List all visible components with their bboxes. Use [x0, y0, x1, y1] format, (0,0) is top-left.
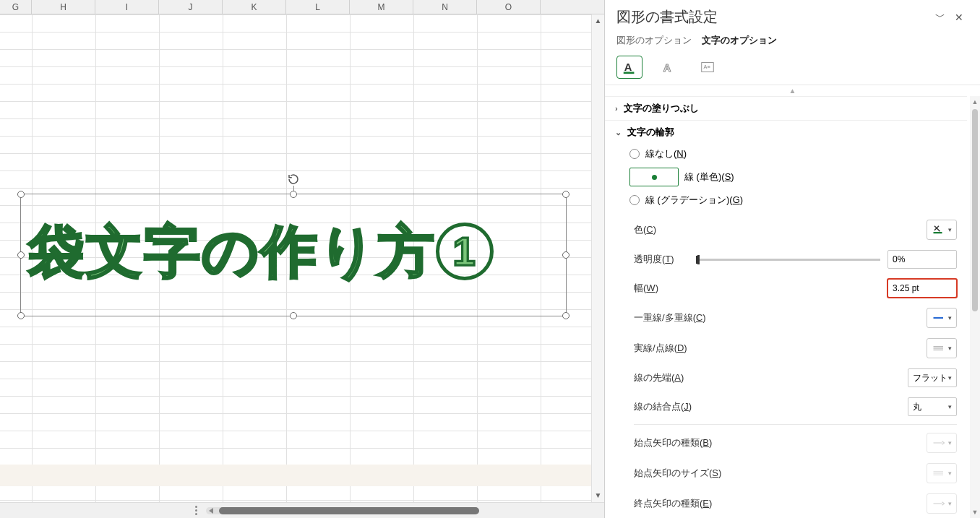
- col-header[interactable]: N: [413, 0, 477, 14]
- cap-type-select[interactable]: フラット▾: [908, 368, 957, 387]
- join-type-select[interactable]: 丸▾: [908, 397, 957, 416]
- radio-label: 線なし: [645, 148, 674, 159]
- width-input[interactable]: ▲▼: [887, 279, 957, 298]
- color-picker-button[interactable]: ▾: [927, 220, 957, 240]
- chevron-down-icon: ▾: [948, 314, 952, 321]
- separator: [634, 424, 957, 425]
- transparency-slider[interactable]: [692, 259, 887, 261]
- wordart-main: 袋文字の作り方: [28, 220, 436, 283]
- section-label: 文字の輪郭: [627, 126, 674, 139]
- prop-arrow-end-type-label: 終点矢印の種類(E): [634, 497, 927, 510]
- col-header[interactable]: M: [350, 0, 413, 14]
- collapse-caret-icon[interactable]: ▲: [605, 85, 980, 96]
- format-shape-panel: 図形の書式設定 ﹀ ✕ 図形のオプション 文字のオプション A A A≡ ▲ ▲…: [604, 0, 980, 518]
- vertical-scrollbar[interactable]: ▲ ▼: [591, 14, 604, 502]
- resize-handle[interactable]: [290, 312, 297, 319]
- col-header[interactable]: L: [286, 0, 350, 14]
- spreadsheet-area: G H I J K L M N O 袋文字の作り方1: [0, 0, 604, 518]
- tab-text-options[interactable]: 文字のオプション: [702, 34, 777, 50]
- chevron-down-icon: ▾: [948, 345, 952, 352]
- prop-arrow-begin-size-label: 始点矢印のサイズ(S): [634, 467, 927, 480]
- chevron-down-icon: ▾: [948, 500, 952, 507]
- radio-icon: [629, 168, 679, 186]
- chevron-right-icon: ›: [615, 104, 618, 113]
- hscroll-track[interactable]: [206, 507, 416, 514]
- wordart-text[interactable]: 袋文字の作り方1: [28, 215, 559, 290]
- resize-handle[interactable]: [17, 251, 25, 259]
- radio-no-line[interactable]: 線なし(N): [605, 144, 967, 164]
- join-value: 丸: [913, 401, 921, 413]
- prop-cap-label: 線の先端(A): [634, 371, 908, 384]
- arrow-begin-type-button: ▾: [927, 433, 957, 453]
- svg-rect-1: [624, 72, 635, 74]
- subtab-text-effects[interactable]: A: [656, 56, 682, 79]
- chevron-down-icon: ▾: [948, 439, 952, 446]
- sheet-split-handle[interactable]: [195, 506, 197, 515]
- col-header[interactable]: G: [0, 0, 32, 14]
- scroll-up-icon[interactable]: ▲: [592, 14, 604, 27]
- col-header[interactable]: H: [32, 0, 95, 14]
- prop-transparency-label: 透明度(T): [634, 253, 692, 266]
- resize-handle[interactable]: [17, 191, 25, 198]
- cap-value: フラット: [913, 372, 947, 384]
- accel-key: G: [733, 194, 740, 205]
- transparency-input[interactable]: ▲▼: [887, 250, 957, 269]
- section-label: 文字の塗りつぶし: [624, 102, 699, 115]
- prop-join-label: 線の結合点(J): [634, 400, 908, 413]
- width-field[interactable]: [888, 283, 980, 293]
- subtab-textbox[interactable]: A≡: [695, 56, 721, 79]
- svg-text:A: A: [624, 61, 632, 73]
- scroll-thumb[interactable]: [972, 109, 978, 311]
- resize-handle[interactable]: [562, 312, 569, 319]
- resize-handle[interactable]: [290, 191, 297, 198]
- col-header[interactable]: O: [477, 0, 541, 14]
- column-headers: G H I J K L M N O: [0, 0, 604, 14]
- section-text-outline[interactable]: ⌄ 文字の輪郭: [605, 120, 967, 144]
- section-text-fill[interactable]: › 文字の塗りつぶし: [605, 96, 967, 120]
- radio-icon: [629, 149, 640, 159]
- col-header[interactable]: K: [223, 0, 286, 14]
- radio-gradient-line[interactable]: 線 (グラデーション)(G): [605, 190, 967, 210]
- scroll-down-icon[interactable]: ▼: [592, 489, 604, 502]
- radio-icon: [629, 195, 640, 205]
- subtab-fill-outline[interactable]: A: [616, 56, 642, 79]
- prop-dash-label: 実線/点線(D): [634, 342, 927, 355]
- horizontal-scrollbar[interactable]: [0, 502, 604, 518]
- accel-key: N: [676, 148, 683, 159]
- cell-grid[interactable]: 袋文字の作り方1 ▲ ▼: [0, 14, 604, 502]
- svg-text:A≡: A≡: [704, 64, 710, 70]
- hscroll-thumb[interactable]: [219, 507, 479, 514]
- col-header[interactable]: J: [159, 0, 223, 14]
- chevron-down-icon: ▾: [948, 403, 952, 410]
- compound-type-button[interactable]: ▾: [927, 308, 957, 328]
- panel-scrollbar[interactable]: ▲ ▼: [970, 96, 980, 518]
- prop-width-label: 幅(W): [634, 282, 887, 295]
- resize-handle[interactable]: [562, 251, 569, 259]
- radio-solid-line[interactable]: 線 (単色)(S): [605, 164, 967, 190]
- prop-color-label: 色(C): [634, 223, 927, 236]
- col-header[interactable]: I: [95, 0, 159, 14]
- chevron-down-icon: ▾: [948, 470, 952, 477]
- slider-thumb[interactable]: [697, 255, 700, 264]
- panel-title: 図形の書式設定: [616, 7, 931, 27]
- arrow-begin-size-button: ▾: [927, 463, 957, 483]
- transparency-field[interactable]: [888, 254, 980, 264]
- chevron-down-icon: ▾: [948, 374, 952, 381]
- tab-shape-options[interactable]: 図形のオプション: [616, 34, 692, 50]
- dash-type-button[interactable]: ▾: [927, 338, 957, 358]
- svg-text:A: A: [663, 62, 671, 74]
- rotate-handle[interactable]: [287, 173, 300, 186]
- scroll-up-icon[interactable]: ▲: [970, 96, 980, 108]
- wordart-circled-number: 1: [436, 223, 494, 280]
- prop-compound-label: 一重線/多重線(C): [634, 311, 927, 324]
- radio-label: 線 (単色): [684, 171, 721, 182]
- resize-handle[interactable]: [562, 191, 569, 198]
- chevron-down-icon: ⌄: [615, 128, 622, 137]
- selected-shape[interactable]: 袋文字の作り方1: [20, 194, 567, 316]
- chevron-down-icon[interactable]: ﹀: [931, 11, 950, 24]
- resize-handle[interactable]: [17, 312, 25, 319]
- scroll-down-icon[interactable]: ▼: [970, 506, 980, 518]
- accel-key: S: [725, 171, 731, 182]
- close-icon[interactable]: ✕: [950, 12, 968, 23]
- arrow-end-type-button: ▾: [927, 493, 957, 514]
